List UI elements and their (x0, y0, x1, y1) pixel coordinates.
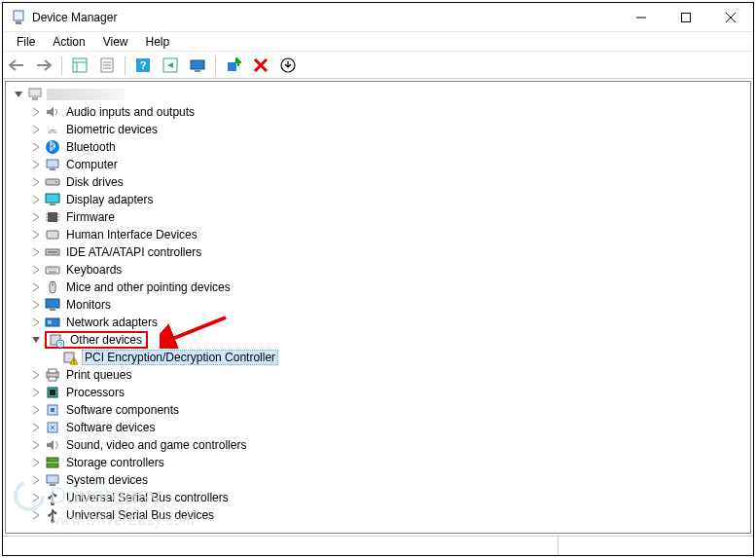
tree-item-network[interactable]: Network adapters (6, 314, 750, 331)
annotation-highlight: ? Other devices (45, 331, 148, 349)
add-hardware-button[interactable] (222, 54, 245, 77)
svg-rect-20 (29, 89, 41, 96)
forward-button[interactable] (32, 54, 55, 77)
tree-item-mice[interactable]: Mice and other pointing devices (6, 279, 750, 296)
tree-item-label: Keyboards (64, 263, 124, 277)
properties-button[interactable] (95, 54, 119, 77)
svg-point-57 (51, 502, 54, 505)
chevron-right-icon[interactable] (29, 438, 43, 452)
unknown-device-icon: ? (49, 332, 64, 348)
device-manager-window: Device Manager File Action View Help ? (2, 2, 754, 556)
svg-rect-39 (48, 320, 52, 324)
show-hide-tree-button[interactable] (68, 54, 91, 77)
chevron-right-icon[interactable] (29, 386, 43, 399)
menu-file[interactable]: File (9, 33, 43, 51)
usb-icon (45, 490, 60, 505)
chevron-right-icon[interactable] (29, 210, 43, 224)
svg-rect-17 (195, 70, 200, 72)
chevron-right-icon[interactable] (29, 421, 43, 434)
chevron-right-icon[interactable] (29, 368, 43, 382)
scan-hardware-button[interactable] (186, 54, 209, 77)
chip-icon (45, 209, 60, 225)
tree-item-keyboards[interactable]: Keyboards (6, 261, 750, 279)
tree-item-display[interactable]: Display adapters (6, 191, 750, 208)
menu-view[interactable]: View (95, 33, 136, 51)
update-driver-button[interactable] (276, 54, 300, 77)
svg-point-61 (54, 512, 57, 515)
disk-icon (45, 174, 60, 190)
tree-item-audio[interactable]: Audio inputs and outputs (6, 103, 750, 121)
tree-item-storage-controllers[interactable]: Storage controllers (6, 454, 750, 471)
chevron-right-icon[interactable] (29, 140, 43, 154)
action-button[interactable] (159, 54, 182, 77)
chevron-right-icon[interactable] (29, 263, 43, 277)
printer-icon (45, 367, 60, 383)
svg-rect-46 (49, 369, 56, 373)
tree-item-bluetooth[interactable]: Bluetooth (6, 138, 750, 156)
bluetooth-icon (45, 139, 60, 155)
tree-item-label: IDE ATA/ATAPI controllers (64, 245, 203, 259)
chevron-right-icon[interactable] (29, 403, 43, 417)
tree-root[interactable] (6, 86, 750, 103)
tree-item-usb-devices[interactable]: Universal Serial Bus devices (6, 506, 750, 524)
toolbar-separator (61, 56, 62, 75)
chevron-down-icon[interactable] (12, 88, 25, 101)
system-icon (45, 472, 60, 488)
tree-item-usb-controllers[interactable]: Universal Serial Bus controllers (6, 489, 750, 506)
help-button[interactable]: ? (131, 54, 155, 77)
chevron-right-icon[interactable] (29, 456, 43, 469)
chevron-right-icon[interactable] (29, 298, 43, 312)
tree-item-label: Storage controllers (64, 456, 166, 469)
tree-item-system-devices[interactable]: System devices (6, 471, 750, 489)
chevron-right-icon[interactable] (29, 175, 43, 189)
tree-item-firmware[interactable]: Firmware (6, 208, 750, 226)
tree-item-print-queues[interactable]: Print queues (6, 366, 750, 384)
tree-item-software-components[interactable]: Software components (6, 401, 750, 419)
chevron-right-icon[interactable] (29, 193, 43, 206)
chevron-right-icon[interactable] (29, 158, 43, 171)
tree-item-pci-encryption[interactable]: ! PCI Encryption/Decryption Controller (6, 349, 750, 366)
minimize-button[interactable] (619, 3, 664, 32)
menu-action[interactable]: Action (45, 33, 92, 51)
display-icon (45, 192, 60, 207)
status-bar (3, 536, 753, 555)
tree-item-sound[interactable]: Sound, video and game controllers (6, 436, 750, 454)
tree-item-label: Display adapters (64, 193, 155, 206)
tree-item-label: Firmware (64, 210, 117, 224)
chevron-down-icon[interactable] (29, 333, 43, 347)
tree-item-label: Print queues (64, 368, 133, 382)
usb-icon (45, 507, 60, 523)
chevron-right-icon[interactable] (29, 228, 43, 242)
svg-rect-37 (50, 309, 55, 311)
chevron-right-icon[interactable] (29, 473, 43, 487)
chevron-right-icon[interactable] (29, 280, 43, 294)
tree-item-label: Disk drives (64, 175, 126, 189)
speaker-icon (45, 104, 60, 120)
tree-item-software-devices[interactable]: Software devices (6, 419, 750, 436)
tree-item-label: Processors (64, 386, 126, 399)
maximize-button[interactable] (664, 3, 708, 32)
tree-item-label: Monitors (64, 298, 113, 312)
chevron-right-icon[interactable] (29, 105, 43, 119)
svg-rect-0 (14, 11, 23, 20)
tree-item-processors[interactable]: Processors (6, 384, 750, 401)
chevron-right-icon[interactable] (29, 316, 43, 329)
close-button[interactable] (708, 3, 753, 32)
uninstall-button[interactable] (249, 54, 272, 77)
svg-rect-16 (191, 60, 204, 69)
chevron-right-icon[interactable] (29, 123, 43, 136)
device-tree[interactable]: Audio inputs and outputs Biometric devic… (5, 81, 751, 534)
chevron-right-icon[interactable] (29, 245, 43, 259)
tree-item-hid[interactable]: Human Interface Devices (6, 226, 750, 243)
monitor-icon (45, 297, 60, 313)
chevron-right-icon[interactable] (29, 508, 43, 522)
back-button[interactable] (5, 54, 28, 77)
tree-item-monitors[interactable]: Monitors (6, 296, 750, 314)
tree-item-biometric[interactable]: Biometric devices (6, 121, 750, 138)
tree-item-disk[interactable]: Disk drives (6, 173, 750, 191)
tree-item-ide[interactable]: IDE ATA/ATAPI controllers (6, 243, 750, 261)
tree-item-computer[interactable]: Computer (6, 156, 750, 173)
chevron-right-icon[interactable] (29, 491, 43, 504)
tree-item-other-devices[interactable]: ? Other devices (6, 331, 750, 349)
menu-help[interactable]: Help (138, 33, 178, 51)
